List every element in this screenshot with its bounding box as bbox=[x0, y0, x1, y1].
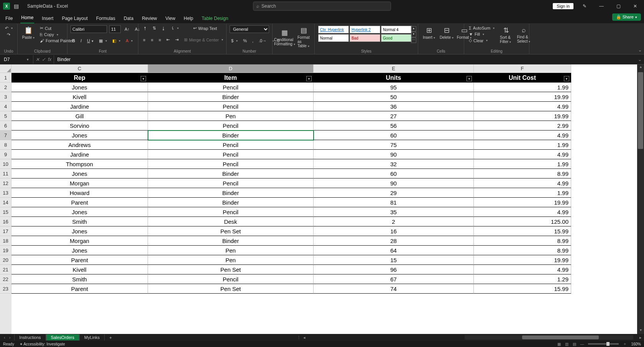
font-size-combo[interactable] bbox=[109, 25, 121, 33]
cell[interactable]: Jardine bbox=[12, 150, 148, 159]
scroll-down-icon[interactable]: ▾ bbox=[637, 328, 644, 334]
name-box[interactable] bbox=[2, 56, 25, 63]
normal-view-button[interactable]: ▦ bbox=[555, 342, 563, 346]
col-header-E[interactable]: E bbox=[314, 64, 474, 73]
decrease-indent[interactable]: ⇤ bbox=[165, 37, 171, 43]
cell[interactable]: Jones bbox=[12, 83, 148, 92]
zoom-out-button[interactable]: ― bbox=[578, 342, 586, 346]
cell[interactable]: 64 bbox=[314, 246, 474, 255]
coming-soon-icon[interactable]: ✎ bbox=[579, 3, 590, 9]
row-header-15[interactable]: 15 bbox=[0, 207, 12, 217]
row-header-13[interactable]: 13 bbox=[0, 188, 12, 198]
hscroll-right[interactable]: ▸ bbox=[637, 335, 644, 340]
cell[interactable]: 4.99 bbox=[474, 207, 571, 217]
cell[interactable]: 8.99 bbox=[474, 236, 571, 246]
cell[interactable]: 50 bbox=[314, 92, 474, 102]
cell[interactable]: 4.99 bbox=[474, 131, 571, 140]
clear-button[interactable]: ◇ Clear bbox=[467, 38, 496, 43]
delete-cells-button[interactable]: ⊟Delete bbox=[439, 25, 454, 40]
cell[interactable]: Binder bbox=[148, 198, 314, 207]
new-sheet-button[interactable]: ＋ bbox=[105, 335, 117, 340]
zoom-level[interactable]: 160% bbox=[631, 342, 641, 346]
cell[interactable]: Binder bbox=[148, 236, 314, 246]
cell[interactable]: Pencil bbox=[148, 207, 314, 217]
cell[interactable]: Smith bbox=[12, 274, 148, 284]
enter-formula-icon[interactable]: ✓ bbox=[42, 57, 46, 62]
style-hyperlink2[interactable]: Hyperlink 2 bbox=[350, 26, 380, 33]
table-header-item[interactable]: Item bbox=[148, 73, 314, 83]
cell[interactable]: Pencil bbox=[148, 102, 314, 111]
cell[interactable]: Binder bbox=[148, 188, 314, 198]
cell[interactable]: 75 bbox=[314, 140, 474, 150]
percent-format[interactable]: % bbox=[242, 38, 248, 43]
cell[interactable]: 2.99 bbox=[474, 121, 571, 131]
table-header-unit-cost[interactable]: Unit Cost bbox=[474, 73, 571, 83]
cell[interactable]: 8.99 bbox=[474, 246, 571, 255]
tab-review[interactable]: Review bbox=[141, 14, 158, 23]
cell[interactable]: Binder bbox=[148, 131, 314, 140]
cell[interactable]: Thompson bbox=[12, 159, 148, 169]
cell[interactable]: 4.99 bbox=[474, 265, 571, 274]
row-header-16[interactable]: 16 bbox=[0, 217, 12, 226]
cell[interactable]: 15 bbox=[314, 255, 474, 265]
undo-button[interactable]: ↶ bbox=[3, 25, 14, 31]
row-header-17[interactable]: 17 bbox=[0, 226, 12, 236]
cell[interactable]: Pencil bbox=[148, 178, 314, 188]
zoom-in-button[interactable]: ＋ bbox=[621, 341, 629, 347]
cell[interactable]: 16 bbox=[314, 226, 474, 236]
cell[interactable]: Morgan bbox=[12, 236, 148, 246]
cell[interactable]: 32 bbox=[314, 159, 474, 169]
row-header-11[interactable]: 11 bbox=[0, 169, 12, 178]
cell[interactable]: Jones bbox=[12, 226, 148, 236]
sheet-nav-prev[interactable]: ‹ bbox=[4, 335, 5, 340]
page-break-view-button[interactable]: ▤ bbox=[570, 342, 578, 346]
expand-formula-bar[interactable]: ⌄ bbox=[636, 57, 644, 62]
cell[interactable]: Andrews bbox=[12, 140, 148, 150]
align-top[interactable]: ⭱ bbox=[141, 26, 149, 31]
cell[interactable]: Howard bbox=[12, 188, 148, 198]
font-name-combo[interactable] bbox=[71, 25, 107, 33]
cell[interactable]: Pencil bbox=[148, 121, 314, 131]
scroll-up-icon[interactable]: ▴ bbox=[637, 64, 644, 71]
name-box-dropdown[interactable]: ▾ bbox=[25, 58, 30, 61]
tab-formulas[interactable]: Formulas bbox=[95, 14, 116, 23]
tab-insert[interactable]: Insert bbox=[41, 14, 54, 23]
tab-data[interactable]: Data bbox=[123, 14, 134, 23]
cell[interactable]: 8.99 bbox=[474, 169, 571, 178]
align-center[interactable]: ≡ bbox=[149, 37, 154, 43]
cell[interactable]: 1.99 bbox=[474, 188, 571, 198]
filter-rep[interactable] bbox=[141, 76, 146, 81]
cell[interactable]: 19.99 bbox=[474, 92, 571, 102]
cell[interactable]: Parent bbox=[12, 255, 148, 265]
cell[interactable]: Pencil bbox=[148, 274, 314, 284]
cell[interactable]: 1.99 bbox=[474, 140, 571, 150]
tab-page-layout[interactable]: Page Layout bbox=[61, 14, 88, 23]
cell[interactable]: Jardine bbox=[12, 102, 148, 111]
cell[interactable]: Jones bbox=[12, 246, 148, 255]
cell[interactable]: Binder bbox=[148, 92, 314, 102]
cell[interactable]: 35 bbox=[314, 207, 474, 217]
comma-format[interactable]: , bbox=[251, 38, 255, 43]
accessibility-status[interactable]: ✶ Accessibility: Investigate bbox=[20, 342, 65, 346]
save-icon[interactable]: ▤ bbox=[14, 3, 19, 9]
number-format-combo[interactable]: General bbox=[230, 25, 269, 33]
row-header-7[interactable]: 7 bbox=[0, 131, 12, 140]
cell[interactable]: 15.99 bbox=[474, 226, 571, 236]
cell[interactable]: 27 bbox=[314, 111, 474, 121]
cell[interactable]: Kivell bbox=[12, 92, 148, 102]
cell[interactable]: Pen bbox=[148, 111, 314, 121]
cell[interactable]: Jones bbox=[12, 131, 148, 140]
style-normal[interactable]: Normal bbox=[318, 34, 349, 42]
search-box[interactable]: ⌕ Search bbox=[253, 2, 391, 11]
row-header-18[interactable]: 18 bbox=[0, 236, 12, 246]
cell-styles-gallery[interactable]: Ctx_Hyperlink Hyperlink 2 Normal 4 Norma… bbox=[318, 25, 414, 42]
cell[interactable]: 81 bbox=[314, 198, 474, 207]
row-header-23[interactable]: 23 bbox=[0, 284, 12, 294]
italic-button[interactable]: I bbox=[79, 38, 83, 43]
underline-button[interactable]: U▾ bbox=[85, 38, 95, 43]
cell[interactable]: Smith bbox=[12, 217, 148, 226]
cell[interactable]: 74 bbox=[314, 284, 474, 294]
cell[interactable]: Pen Set bbox=[148, 284, 314, 294]
cell[interactable]: Parent bbox=[12, 284, 148, 294]
cell[interactable]: Pen bbox=[148, 246, 314, 255]
